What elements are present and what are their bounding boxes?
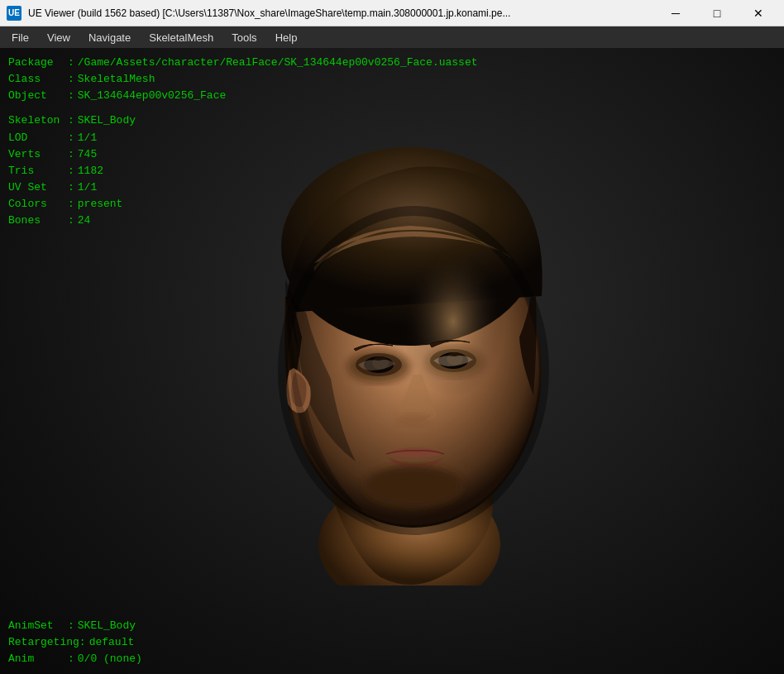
retargeting-value: default xyxy=(89,634,135,651)
skeleton-value: SKEL_Body xyxy=(78,112,136,129)
anim-label: Anim xyxy=(8,651,68,667)
maximize-button[interactable]: □ xyxy=(698,2,736,25)
bottom-overlay: AnimSet : SKEL_Body Retargeting : defaul… xyxy=(0,611,151,674)
object-row: Object : SK_134644ep00v0256_Face xyxy=(8,88,478,104)
lod-value: 1/1 xyxy=(78,130,97,146)
object-value: SK_134644ep00v0256_Face xyxy=(78,88,226,104)
class-row: Class : SkeletalMesh xyxy=(8,71,478,88)
class-value: SkeletalMesh xyxy=(78,71,155,88)
verts-label: Verts xyxy=(8,146,68,163)
animset-value: SKEL_Body xyxy=(78,618,136,634)
tris-value: 1182 xyxy=(78,163,103,179)
tris-row: Tris : 1182 xyxy=(8,163,478,179)
info-overlay: Package : /Game/Assets/character/RealFac… xyxy=(0,48,486,236)
minimize-button[interactable]: ─ xyxy=(657,2,695,25)
close-button[interactable]: ✕ xyxy=(739,2,777,25)
lod-label: LOD xyxy=(8,130,68,146)
anim-row: Anim : 0/0 (none) xyxy=(8,651,142,667)
package-row: Package : /Game/Assets/character/RealFac… xyxy=(8,55,478,71)
retargeting-row: Retargeting : default xyxy=(8,634,142,651)
menu-help[interactable]: Help xyxy=(267,30,306,45)
menu-view[interactable]: View xyxy=(39,30,79,45)
window-controls: ─ □ ✕ xyxy=(657,2,777,25)
menu-skeletalmesh[interactable]: SkeletalMesh xyxy=(141,30,222,45)
window-title: UE Viewer (build 1562 based) [C:\Users\1… xyxy=(28,7,650,19)
uvset-row: UV Set : 1/1 xyxy=(8,179,478,196)
verts-row: Verts : 745 xyxy=(8,146,478,163)
menu-navigate[interactable]: Navigate xyxy=(80,30,139,45)
bones-label: Bones xyxy=(8,213,68,229)
verts-value: 745 xyxy=(78,146,97,163)
colors-label: Colors xyxy=(8,196,68,213)
menu-bar: File View Navigate SkeletalMesh Tools He… xyxy=(0,26,784,48)
animset-row: AnimSet : SKEL_Body xyxy=(8,618,142,634)
uvset-value: 1/1 xyxy=(78,179,97,196)
menu-tools[interactable]: Tools xyxy=(223,30,265,45)
package-value: /Game/Assets/character/RealFace/SK_13464… xyxy=(78,55,478,71)
uvset-label: UV Set xyxy=(8,179,68,196)
svg-point-13 xyxy=(364,466,463,507)
animset-label: AnimSet xyxy=(8,618,68,634)
title-bar: UE UE Viewer (build 1562 based) [C:\User… xyxy=(0,0,784,26)
bones-value: 24 xyxy=(78,213,91,229)
colors-value: present xyxy=(78,196,123,213)
retargeting-label: Retargeting xyxy=(8,634,79,651)
skeleton-row: Skeleton : SKEL_Body xyxy=(8,112,478,129)
package-label: Package xyxy=(8,55,68,71)
colors-row: Colors : present xyxy=(8,196,478,213)
menu-file[interactable]: File xyxy=(3,30,37,45)
app-icon: UE xyxy=(7,6,22,21)
viewport: Package : /Game/Assets/character/RealFac… xyxy=(0,48,784,674)
object-label: Object xyxy=(8,88,68,104)
skeleton-label: Skeleton xyxy=(8,112,68,129)
anim-value: 0/0 (none) xyxy=(78,651,142,667)
bones-row: Bones : 24 xyxy=(8,213,478,229)
class-label: Class xyxy=(8,71,68,88)
lod-row: LOD : 1/1 xyxy=(8,130,478,146)
tris-label: Tris xyxy=(8,163,68,179)
